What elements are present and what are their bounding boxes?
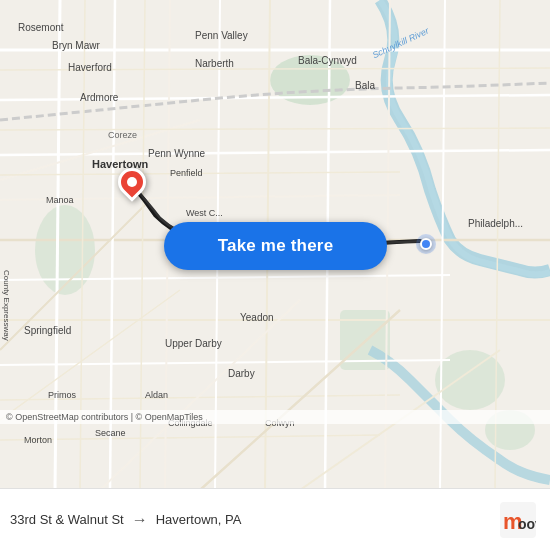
- svg-text:oovit: oovit: [518, 516, 536, 532]
- svg-point-5: [435, 350, 505, 410]
- bottom-bar: 33rd St & Walnut St → Havertown, PA m oo…: [0, 488, 550, 550]
- moovit-icon: m oovit: [500, 502, 536, 538]
- origin-label: 33rd St & Walnut St: [10, 512, 124, 527]
- current-location-dot: [416, 234, 436, 254]
- route-info: 33rd St & Walnut St → Havertown, PA: [10, 511, 500, 529]
- svg-point-4: [35, 205, 95, 295]
- map-area: Rosemont Bryn Mawr Haverford Ardmore Pen…: [0, 0, 550, 490]
- map-attribution: © OpenStreetMap contributors | © OpenMap…: [0, 410, 550, 424]
- app-container: Rosemont Bryn Mawr Haverford Ardmore Pen…: [0, 0, 550, 550]
- destination-pin: [118, 168, 146, 196]
- take-me-there-button[interactable]: Take me there: [164, 222, 387, 270]
- destination-label: Havertown, PA: [156, 512, 242, 527]
- moovit-logo: m oovit: [500, 502, 536, 538]
- route-arrow-icon: →: [132, 511, 148, 529]
- take-me-there-label: Take me there: [218, 236, 334, 256]
- attribution-text: © OpenStreetMap contributors | © OpenMap…: [6, 412, 203, 422]
